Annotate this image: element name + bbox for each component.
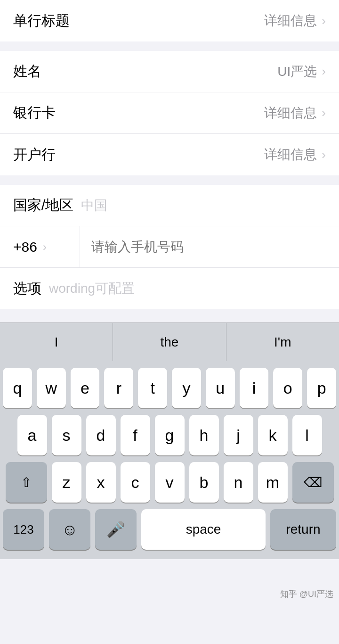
key-j[interactable]: j bbox=[224, 415, 253, 455]
row-right-bank-card: 详细信息 › bbox=[264, 104, 326, 122]
key-return[interactable]: return bbox=[270, 509, 336, 550]
phone-code-value: +86 bbox=[13, 239, 37, 255]
row-right-single-title: 详细信息 › bbox=[264, 12, 326, 30]
key-s[interactable]: s bbox=[52, 415, 81, 455]
row-right-bank-branch: 详细信息 › bbox=[264, 146, 326, 164]
chevron-single-title: › bbox=[322, 14, 326, 28]
suggestion-im[interactable]: I'm bbox=[226, 323, 339, 361]
key-l[interactable]: l bbox=[292, 415, 322, 455]
key-e[interactable]: e bbox=[71, 368, 100, 408]
chevron-name: › bbox=[322, 64, 326, 79]
phone-number-input[interactable] bbox=[80, 239, 339, 255]
gap-2 bbox=[0, 175, 339, 185]
key-z[interactable]: z bbox=[52, 462, 81, 503]
gap-1 bbox=[0, 41, 339, 51]
key-emoji[interactable]: ☺ bbox=[49, 509, 90, 550]
key-shift[interactable]: ⇧ bbox=[6, 462, 47, 503]
keyboard-row-3: ⇧zxcvbnm⌫ bbox=[3, 462, 336, 503]
value-bank-branch: 详细信息 bbox=[264, 146, 317, 164]
key-f[interactable]: f bbox=[121, 415, 150, 455]
label-bank-card: 银行卡 bbox=[13, 103, 56, 123]
key-k[interactable]: k bbox=[258, 415, 288, 455]
key-h[interactable]: h bbox=[189, 415, 219, 455]
key-c[interactable]: c bbox=[121, 462, 150, 503]
value-country: 中国 bbox=[81, 197, 107, 215]
key-y[interactable]: y bbox=[172, 368, 201, 408]
suggestion-i[interactable]: I bbox=[0, 323, 113, 361]
key-p[interactable]: p bbox=[307, 368, 336, 408]
phone-code-selector[interactable]: +86 › bbox=[0, 226, 80, 267]
section-2: 姓名 UI严选 › 银行卡 详细信息 › 开户行 详细信息 › bbox=[0, 51, 339, 175]
key-o[interactable]: o bbox=[273, 368, 302, 408]
key-mic[interactable]: 🎤 bbox=[95, 509, 137, 550]
key-d[interactable]: d bbox=[86, 415, 116, 455]
value-option: wording可配置 bbox=[49, 280, 135, 297]
key-g[interactable]: g bbox=[155, 415, 185, 455]
key-n[interactable]: n bbox=[224, 462, 253, 503]
key-i[interactable]: i bbox=[240, 368, 269, 408]
row-single-title[interactable]: 单行标题 详细信息 › bbox=[0, 0, 339, 41]
key-123[interactable]: 123 bbox=[3, 509, 44, 550]
row-name[interactable]: 姓名 UI严选 › bbox=[0, 51, 339, 92]
key-space[interactable]: space bbox=[141, 509, 266, 550]
row-option[interactable]: 选项 wording可配置 bbox=[0, 268, 339, 309]
key-w[interactable]: w bbox=[37, 368, 66, 408]
key-a[interactable]: a bbox=[17, 415, 47, 455]
value-single-title: 详细信息 bbox=[264, 12, 317, 30]
keyboard-row-bottom: 123☺🎤spacereturn bbox=[3, 509, 336, 550]
row-country[interactable]: 国家/地区 中国 bbox=[0, 185, 339, 226]
section-1: 单行标题 详细信息 › bbox=[0, 0, 339, 41]
key-q[interactable]: q bbox=[3, 368, 32, 408]
watermark: 知乎 @UI严选 bbox=[280, 588, 333, 600]
key-t[interactable]: t bbox=[138, 368, 167, 408]
label-single-title: 单行标题 bbox=[13, 11, 70, 31]
value-name: UI严选 bbox=[277, 63, 317, 81]
chevron-bank-branch: › bbox=[322, 148, 326, 162]
row-bank-card[interactable]: 银行卡 详细信息 › bbox=[0, 92, 339, 134]
suggestion-the[interactable]: the bbox=[113, 323, 226, 361]
row-bank-branch[interactable]: 开户行 详细信息 › bbox=[0, 134, 339, 175]
label-option: 选项 bbox=[13, 279, 41, 298]
label-name: 姓名 bbox=[13, 62, 41, 81]
key-b[interactable]: b bbox=[189, 462, 219, 503]
key-u[interactable]: u bbox=[206, 368, 235, 408]
key-r[interactable]: r bbox=[104, 368, 133, 408]
row-phone[interactable]: +86 › bbox=[0, 226, 339, 268]
row-right-name: UI严选 › bbox=[277, 63, 326, 81]
keyboard-row-1: qwertyuiop bbox=[3, 368, 336, 408]
label-bank-branch: 开户行 bbox=[13, 145, 56, 165]
section-3: 国家/地区 中国 +86 › 选项 wording可配置 bbox=[0, 185, 339, 309]
key-v[interactable]: v bbox=[155, 462, 185, 503]
keyboard: qwertyuiop asdfghjkl ⇧zxcvbnm⌫ 123☺🎤spac… bbox=[0, 361, 339, 559]
gap-3 bbox=[0, 309, 339, 322]
chevron-bank-card: › bbox=[322, 106, 326, 120]
chevron-phone-code: › bbox=[43, 240, 47, 254]
key-delete[interactable]: ⌫ bbox=[292, 462, 334, 503]
key-x[interactable]: x bbox=[86, 462, 116, 503]
label-country: 国家/地区 bbox=[13, 196, 73, 215]
keyboard-suggestions-bar: I the I'm bbox=[0, 322, 339, 361]
keyboard-row-2: asdfghjkl bbox=[3, 415, 336, 455]
value-bank-card: 详细信息 bbox=[264, 104, 317, 122]
key-m[interactable]: m bbox=[258, 462, 288, 503]
